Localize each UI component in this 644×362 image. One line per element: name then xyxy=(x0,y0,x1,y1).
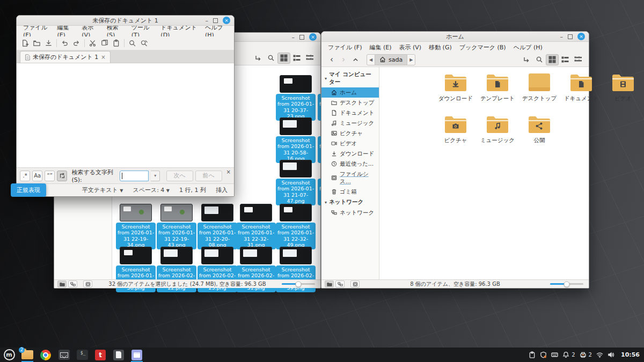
tab-close-icon[interactable]: × xyxy=(101,54,105,60)
minimize-icon[interactable]: – xyxy=(560,34,564,40)
file-item[interactable]: Screenshot from 2026-01-31 22-19-43.png xyxy=(156,204,197,249)
pathbar-toggle-icon[interactable] xyxy=(520,54,533,65)
pathbar-toggle-icon[interactable] xyxy=(252,53,265,64)
cut-icon[interactable] xyxy=(89,39,97,47)
paste-icon[interactable] xyxy=(112,39,120,47)
taskbar-browser-button[interactable] xyxy=(39,348,53,361)
file-item[interactable]: Screenshot from 2026-01-31 21-07-47.png xyxy=(275,160,316,205)
compact-view-button[interactable] xyxy=(303,53,316,64)
clock[interactable]: 10:56 xyxy=(621,351,640,358)
sidebar-item-downloads[interactable]: ダウンロード xyxy=(321,149,379,159)
list-view-button[interactable] xyxy=(559,54,572,65)
folder-item-desktop[interactable]: デスクトップ xyxy=(518,72,561,102)
menu-help[interactable]: ヘルプ (H) xyxy=(510,42,546,53)
file-item[interactable]: Screenshot from 2026-01-31 22-19-34.png xyxy=(115,204,156,249)
menu-edit[interactable]: 編集 (E) xyxy=(366,42,394,53)
taskbar-active-editor-button[interactable] xyxy=(130,348,144,361)
back-icon[interactable]: ‹ xyxy=(326,54,338,65)
undo-icon[interactable] xyxy=(61,39,69,47)
editor-titlebar[interactable]: 未保存のドキュメント 1 – × xyxy=(17,16,234,26)
find-previous-button[interactable]: 前へ xyxy=(195,171,222,181)
taskbar-text-editor-button[interactable] xyxy=(112,348,126,361)
maximize-icon[interactable] xyxy=(213,18,218,23)
text-editor-window[interactable]: 未保存のドキュメント 1 – × ファイル (F) 編集 (E) 表示 (V) … xyxy=(16,15,235,197)
minimize-icon[interactable]: – xyxy=(206,18,209,24)
new-document-icon[interactable] xyxy=(21,39,29,47)
sidebar-item-network[interactable]: ネットワーク xyxy=(321,208,379,218)
up-icon[interactable] xyxy=(349,54,361,65)
find-next-button[interactable]: 次へ xyxy=(166,171,193,181)
search-input[interactable] xyxy=(120,171,149,181)
sidebar-section-network[interactable]: ▾ネットワーク xyxy=(321,197,379,208)
tab-width-selector[interactable]: スペース: 4 ▼ xyxy=(133,186,170,194)
close-icon[interactable]: × xyxy=(577,33,585,40)
icon-view-button[interactable] xyxy=(277,53,290,64)
folder-item-templates[interactable]: テンプレート xyxy=(476,72,519,102)
folder-item-pictures[interactable]: ピクチャ xyxy=(434,114,477,144)
breadcrumb-scroll-left-icon[interactable]: ◀ xyxy=(367,54,375,65)
fm-right-titlebar[interactable]: ホーム – × xyxy=(321,32,589,42)
open-file-icon[interactable] xyxy=(33,39,41,47)
sidebar-item-filesystem[interactable]: ファイルシス... xyxy=(321,169,379,187)
sidebar-item-music[interactable]: ミュージック xyxy=(321,118,379,128)
list-view-button[interactable] xyxy=(290,53,303,64)
sidebar-item-recent[interactable]: 最近使った... xyxy=(321,159,379,169)
file-item[interactable]: Screenshot from 2026-01-31 20-58-16.png xyxy=(275,117,316,163)
printer-icon[interactable] xyxy=(580,351,587,358)
menu-file[interactable]: ファイル (F) xyxy=(325,42,365,53)
keyboard-icon[interactable] xyxy=(551,351,558,358)
find-icon[interactable] xyxy=(128,39,136,47)
notification-bell-icon[interactable] xyxy=(562,351,569,358)
sidebar-item-trash[interactable]: ゴミ箱 xyxy=(321,187,379,197)
file-manager-home-window[interactable]: ホーム – × ファイル (F) 編集 (E) 表示 (V) 移動 (G) ブッ… xyxy=(321,31,589,289)
folder-item-music[interactable]: ミュージック xyxy=(476,114,519,144)
copy-icon[interactable] xyxy=(100,39,108,47)
sidebar-item-pictures[interactable]: ピクチャ xyxy=(321,128,379,138)
folder-item-public[interactable]: 公開 xyxy=(518,114,561,144)
sidebar-item-home[interactable]: ホーム xyxy=(321,87,379,98)
whole-word-toggle-button[interactable]: “” xyxy=(45,171,55,181)
taskbar-mail-button[interactable] xyxy=(57,348,71,361)
save-icon[interactable] xyxy=(45,39,53,47)
find-replace-icon[interactable] xyxy=(140,39,148,47)
minimize-icon[interactable]: – xyxy=(292,34,295,40)
file-item[interactable]: Screenshot from 2026-01-31 22-32-49.png xyxy=(275,204,316,249)
sidebar-item-desktop[interactable]: デスクトップ xyxy=(321,98,379,108)
close-icon[interactable]: × xyxy=(223,17,230,24)
file-item[interactable]: Screenshot from 2026-01-31 20-37-23.png xyxy=(275,75,316,121)
wifi-icon[interactable] xyxy=(596,351,603,358)
forward-icon[interactable]: › xyxy=(338,54,349,65)
folder-item-downloads[interactable]: ダウンロード xyxy=(434,72,477,102)
regex-toggle-button[interactable]: .* xyxy=(20,171,30,181)
start-menu-button[interactable]: m xyxy=(2,348,16,361)
taskbar-red-app-button[interactable]: t xyxy=(93,348,107,361)
sidebar-item-videos[interactable]: ビデオ xyxy=(321,138,379,149)
doctype-selector[interactable]: 平文テキスト ▼ xyxy=(82,186,123,194)
search-close-icon[interactable]: × xyxy=(226,169,231,175)
file-item[interactable]: Screenshot from 2026-01-31 22-20-08.png xyxy=(197,204,238,249)
zoom-slider[interactable] xyxy=(550,280,583,288)
volume-icon[interactable] xyxy=(608,351,614,358)
close-icon[interactable]: × xyxy=(309,33,317,41)
sidebar-section-computer[interactable]: ▾マイ コンピューター xyxy=(321,69,379,87)
shield-update-icon[interactable] xyxy=(540,351,547,358)
search-icon[interactable] xyxy=(533,54,546,65)
folder-item-videos[interactable]: ビデオ xyxy=(602,72,644,102)
editor-text-area[interactable] xyxy=(17,63,234,167)
menu-bookmarks[interactable]: ブックマーク (B) xyxy=(456,42,509,53)
sidebar-item-documents[interactable]: ドキュメント xyxy=(321,108,379,118)
search-history-dropdown-icon[interactable]: ▾ xyxy=(151,171,160,181)
maximize-icon[interactable] xyxy=(299,35,304,40)
folder-item-documents[interactable]: ドキュメント xyxy=(560,72,603,102)
compact-view-button[interactable] xyxy=(572,54,584,65)
taskbar-file-manager-button[interactable]: 2 xyxy=(20,348,34,361)
file-item[interactable]: Screenshot from 2026-01-31 22-32-31.png xyxy=(236,204,276,249)
taskbar-terminal-button[interactable]: $_ xyxy=(75,348,89,361)
search-icon[interactable] xyxy=(265,53,277,64)
maximize-icon[interactable] xyxy=(568,34,573,39)
clipboard-icon[interactable] xyxy=(529,351,536,358)
zoom-slider[interactable] xyxy=(282,280,315,288)
menu-view[interactable]: 表示 (V) xyxy=(396,42,425,53)
breadcrumb-scroll-right-icon[interactable]: ▶ xyxy=(407,54,415,65)
match-case-toggle-button[interactable]: Aa xyxy=(32,171,42,181)
